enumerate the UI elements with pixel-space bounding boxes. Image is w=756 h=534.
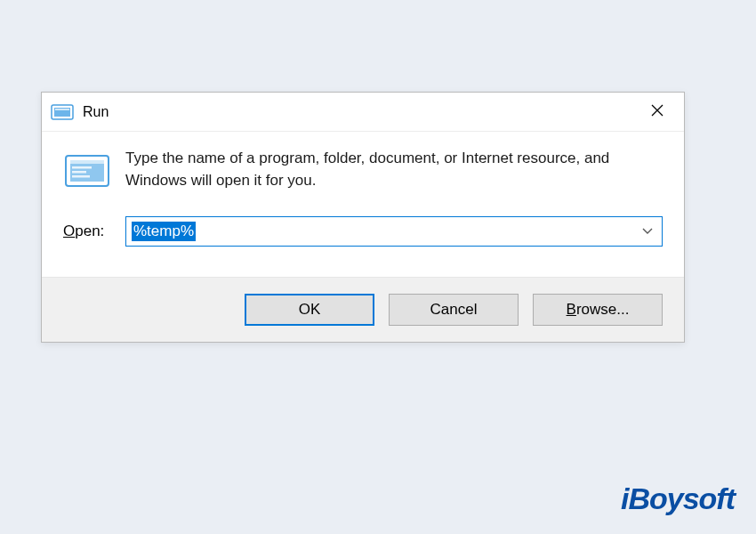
ok-button[interactable]: OK (245, 294, 374, 326)
open-label: Open: (63, 222, 111, 240)
browse-button-label: Browse... (567, 301, 630, 319)
close-icon (650, 103, 664, 120)
run-dialog: Run Type the name of (41, 92, 685, 343)
svg-rect-8 (72, 166, 92, 169)
svg-rect-9 (72, 171, 86, 174)
button-row: OK Cancel Browse... (42, 277, 684, 342)
svg-rect-7 (70, 160, 104, 164)
cancel-button-label: Cancel (430, 301, 478, 319)
run-icon-large (63, 148, 111, 193)
titlebar: Run (42, 93, 684, 132)
open-input-value: %temp% (132, 222, 196, 241)
open-combobox[interactable]: %temp% (125, 216, 663, 247)
dialog-body: Type the name of a program, folder, docu… (42, 132, 684, 277)
chevron-down-icon (639, 228, 656, 235)
browse-button[interactable]: Browse... (533, 294, 663, 326)
cancel-button[interactable]: Cancel (389, 294, 519, 326)
dialog-title: Run (83, 104, 639, 120)
svg-rect-10 (72, 175, 90, 178)
ok-button-label: OK (299, 301, 321, 319)
run-icon-small (51, 103, 74, 121)
dialog-description: Type the name of a program, folder, docu… (125, 148, 663, 191)
watermark-logo: iBoysoft (621, 481, 735, 516)
svg-rect-2 (55, 109, 69, 110)
close-button[interactable] (639, 94, 675, 130)
